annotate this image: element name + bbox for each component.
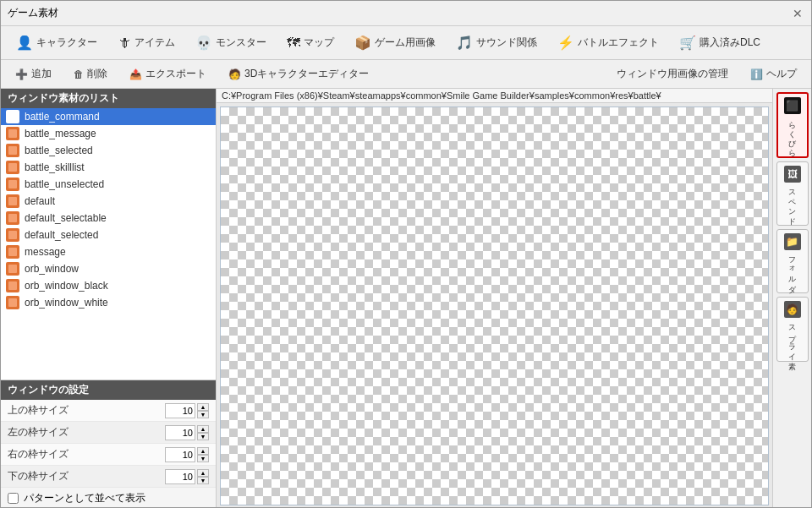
spin-buttons-2: ▲ ▼	[197, 447, 209, 462]
spin-up-0[interactable]: ▲	[197, 403, 209, 411]
item-icon-battle_selected	[6, 144, 19, 157]
item-label-battle_skilllist: battle_skilllist	[25, 161, 85, 173]
titlebar: ゲーム素材 ✕	[1, 1, 811, 26]
tab-sound[interactable]: 🎵サウンド関係	[447, 31, 546, 54]
list-item-message[interactable]: message	[1, 243, 216, 260]
settings-value-1: ▲ ▼	[165, 425, 209, 440]
add-button[interactable]: ➕ 追加	[8, 63, 59, 85]
list-item-battle_message[interactable]: battle_message	[1, 125, 216, 142]
close-button[interactable]: ✕	[791, 7, 804, 20]
item-label-battle_message: battle_message	[25, 128, 96, 139]
item-label-battle_unselected: battle_unselected	[25, 178, 104, 190]
item-label-default_selectable: default_selectable	[25, 212, 107, 224]
canvas-content	[220, 107, 769, 505]
sidebar-btn-photo[interactable]: 🖼 スペンド	[776, 161, 809, 226]
window-title: ゲーム素材	[8, 6, 58, 20]
sidebar-label-black: らくびら	[787, 116, 798, 153]
nav-tabs: 👤キャラクター🗡アイテム💀モンスター🗺マップ📦ゲーム用画像🎵サウンド関係⚡バトル…	[1, 26, 811, 60]
settings-label-2: 右の枠サイズ	[8, 447, 165, 462]
sidebar-icon-person: 🧑	[784, 301, 801, 318]
sidebar-btn-person[interactable]: 🧑 スプライ素	[776, 297, 809, 362]
item-icon-battle_unselected	[6, 178, 19, 191]
character-icon: 👤	[16, 35, 33, 51]
file-list[interactable]: battle_command battle_message battle_sel…	[1, 108, 216, 380]
spin-input-2[interactable]	[165, 447, 195, 462]
export-icon: 📤	[129, 68, 142, 80]
spin-down-2[interactable]: ▼	[197, 455, 209, 462]
item-label-battle_selected: battle_selected	[25, 145, 93, 156]
settings-row-0: 上の枠サイズ ▲ ▼	[1, 400, 216, 422]
right-sidebar: ⬛ らくびら 🖼 スペンド 📁 フォルダ 🧑 スプライ素	[772, 89, 811, 508]
settings-panel: ウィンドウの設定 上の枠サイズ ▲ ▼ 左の枠サイズ ▲ ▼ 右の枠サイズ ▲ …	[1, 380, 216, 508]
spin-input-1[interactable]	[165, 425, 195, 440]
character-label: キャラクター	[36, 36, 97, 50]
list-item-orb_window_white[interactable]: orb_window_white	[1, 294, 216, 311]
help-icon: ℹ️	[750, 68, 763, 80]
help-button[interactable]: ℹ️ ヘルプ	[743, 63, 804, 85]
list-item-default_selected[interactable]: default_selected	[1, 227, 216, 243]
spin-input-3[interactable]	[165, 469, 195, 484]
tab-map[interactable]: 🗺マップ	[278, 32, 343, 54]
spin-up-3[interactable]: ▲	[197, 469, 209, 477]
item-label-default_selected: default_selected	[25, 229, 98, 241]
sidebar-btn-folder[interactable]: 📁 フォルダ	[776, 229, 809, 293]
spin-buttons-0: ▲ ▼	[197, 403, 209, 418]
list-item-battle_unselected[interactable]: battle_unselected	[1, 176, 216, 193]
tab-dlc[interactable]: 🛒購入済みDLC	[671, 31, 769, 54]
battle-effect-icon: ⚡	[557, 35, 574, 51]
spin-down-1[interactable]: ▼	[197, 433, 209, 440]
settings-label-3: 下の枠サイズ	[8, 469, 165, 483]
toolbar-right: ウィンドウ用画像の管理 ℹ️ ヘルプ	[609, 63, 804, 85]
list-item-orb_window_black[interactable]: orb_window_black	[1, 277, 216, 294]
list-item-battle_skilllist[interactable]: battle_skilllist	[1, 159, 216, 176]
item-icon-default	[6, 194, 19, 208]
map-icon: 🗺	[287, 36, 300, 51]
spin-up-1[interactable]: ▲	[197, 425, 209, 433]
sidebar-icon-photo: 🖼	[784, 166, 801, 183]
editor-button[interactable]: 🧑 3Dキャラクターエディター	[221, 63, 376, 85]
item-label-default: default	[25, 195, 55, 207]
main-layout: ウィンドウ素材のリスト battle_command battle_messag…	[1, 89, 811, 508]
tab-monster[interactable]: 💀モンスター	[187, 31, 275, 54]
settings-label-1: 左の枠サイズ	[8, 425, 165, 440]
item-icon: 🗡	[118, 36, 131, 51]
toolbar: ➕ 追加 🗑 削除 📤 エクスポート 🧑 3Dキャラクターエディター ウィンドウ…	[1, 60, 811, 89]
battle-effect-label: バトルエフェクト	[578, 36, 659, 50]
item-icon-orb_window	[6, 262, 19, 276]
delete-button[interactable]: 🗑 削除	[66, 63, 115, 85]
game-image-icon: 📦	[354, 35, 371, 51]
list-item-orb_window[interactable]: orb_window	[1, 260, 216, 277]
sound-icon: 🎵	[456, 35, 473, 51]
list-item-default_selectable[interactable]: default_selectable	[1, 210, 216, 227]
delete-icon: 🗑	[74, 68, 84, 80]
item-label-orb_window: orb_window	[25, 263, 79, 275]
spin-buttons-3: ▲ ▼	[197, 469, 209, 484]
help-label: ヘルプ	[766, 67, 797, 81]
dlc-label: 購入済みDLC	[700, 36, 760, 50]
spin-down-3[interactable]: ▼	[197, 477, 209, 484]
tab-battle-effect[interactable]: ⚡バトルエフェクト	[549, 31, 667, 54]
sidebar-label-person: スプライ素	[787, 320, 798, 358]
item-label-message: message	[25, 246, 66, 258]
tab-game-image[interactable]: 📦ゲーム用画像	[346, 31, 444, 54]
list-item-default[interactable]: default	[1, 193, 216, 210]
export-button[interactable]: 📤 エクスポート	[122, 63, 214, 85]
tab-character[interactable]: 👤キャラクター	[8, 31, 106, 54]
spin-down-0[interactable]: ▼	[197, 411, 209, 418]
settings-header: ウィンドウの設定	[1, 380, 216, 400]
list-item-battle_selected[interactable]: battle_selected	[1, 142, 216, 159]
settings-row-3: 下の枠サイズ ▲ ▼	[1, 466, 216, 488]
settings-row-2: 右の枠サイズ ▲ ▼	[1, 444, 216, 466]
pattern-checkbox[interactable]	[8, 493, 19, 504]
list-item-battle_command[interactable]: battle_command	[1, 108, 216, 125]
item-icon-orb_window_white	[6, 296, 19, 309]
spin-up-2[interactable]: ▲	[197, 447, 209, 455]
tab-item[interactable]: 🗡アイテム	[109, 32, 184, 54]
sidebar-btn-black[interactable]: ⬛ らくびら	[776, 92, 809, 158]
map-label: マップ	[304, 36, 334, 50]
spin-input-0[interactable]	[165, 403, 195, 418]
monster-icon: 💀	[195, 35, 212, 51]
window-mgmt-button[interactable]: ウィンドウ用画像の管理	[609, 63, 736, 85]
item-icon-message	[6, 245, 19, 259]
dlc-icon: 🛒	[679, 35, 696, 51]
